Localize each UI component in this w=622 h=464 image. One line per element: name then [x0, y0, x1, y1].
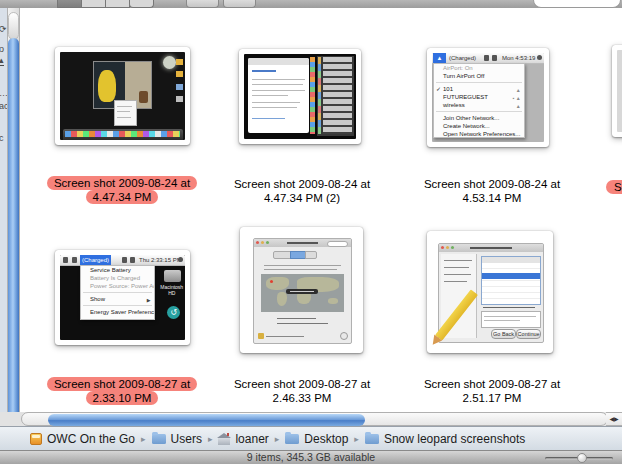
file-label[interactable]: Screen shot 2009-08-27 at 2.51.17 PM	[406, 377, 578, 405]
thumb-desktop	[244, 54, 356, 139]
moon	[163, 56, 176, 69]
pencil-graphic	[435, 289, 478, 340]
thumbnail-clipped[interactable]	[612, 45, 622, 137]
cat-figure	[139, 91, 148, 103]
tab	[305, 251, 317, 259]
desktop-icon	[176, 59, 183, 65]
package-table	[481, 256, 541, 305]
horizontal-scrollbar-track[interactable]	[21, 412, 608, 426]
thumb-desktop: Go Back Continue	[432, 236, 548, 348]
folder-icon	[285, 434, 299, 444]
sidebar-item-fragment[interactable]: c	[0, 133, 4, 143]
thumb-desktop	[60, 52, 185, 140]
menu-item: Open Network Preferences...	[434, 130, 524, 138]
menu-item: Service Battery	[81, 266, 154, 274]
file-label[interactable]: Screen shot 2009-08-24 at 4.47.34 PM (2)	[216, 177, 388, 205]
breadcrumb-label: Users	[171, 432, 202, 446]
menu-item: Battery Is Charged	[81, 274, 154, 282]
icon-size-slider-knob[interactable]	[577, 453, 587, 463]
file-label[interactable]: Screen shot 2009-08-27 at 2.46.33 PM	[216, 377, 388, 405]
scroll-right-button[interactable]: ▶	[614, 416, 619, 422]
thumbnail-screenshot-battery-menu[interactable]: (Charged) Thu 2:33:15 PM Service Battery…	[55, 250, 190, 345]
breadcrumb-label: loaner	[235, 432, 268, 446]
menu-item: Turn AirPort Off	[434, 72, 524, 80]
scroll-arrows[interactable]: ◀▶	[606, 412, 622, 426]
status-bar: 9 items, 345.3 GB available	[0, 450, 622, 464]
file-label-clipped[interactable]: S	[606, 180, 622, 194]
dock	[63, 129, 183, 140]
file-label[interactable]: Screen shot 2009-08-24 at 4.53.14 PM	[406, 177, 578, 205]
horizontal-scrollbar-thumb[interactable]	[48, 414, 365, 426]
breadcrumb-separator-icon: ▸	[208, 434, 213, 444]
thumbnail-screenshot-desktop[interactable]	[55, 47, 190, 145]
sidebar-sync-icon: ⟳	[0, 24, 7, 34]
view-list-button[interactable]	[81, 0, 106, 8]
continue-button: Continue	[516, 329, 541, 339]
breadcrumb-current-folder[interactable]: Snow leopard screenshots	[365, 432, 525, 446]
sidebar-item-fragment[interactable]: o	[0, 44, 4, 54]
thumb-desktop: ▲ (Charged) Mon 4:53:19 AirPort: On Turn…	[432, 53, 544, 142]
menu-item: Show▶	[81, 295, 154, 303]
battery-menu-title: (Charged)	[80, 255, 111, 265]
breadcrumb-users[interactable]: Users	[152, 432, 202, 446]
dock-icons	[65, 131, 180, 137]
time-machine-icon: ↺	[167, 306, 180, 319]
menu-item-network: FUTUREGUEST▪▲	[434, 93, 524, 101]
view-coverflow-button[interactable]	[129, 0, 154, 8]
breadcrumb-label: OWC On the Go	[47, 432, 135, 446]
quicklook-button[interactable]	[186, 0, 219, 8]
thumbnail-screenshot-timezone[interactable]	[240, 227, 363, 353]
breadcrumb-separator-icon: ▸	[141, 434, 146, 444]
sidebar-item-fragment[interactable]: ac	[0, 101, 7, 111]
breadcrumb-desktop[interactable]: Desktop	[285, 432, 348, 446]
file-grid: ▲ (Charged) Mon 4:53:19 AirPort: On Turn…	[20, 8, 622, 412]
description-box	[481, 311, 541, 329]
thumb-desktop	[245, 232, 358, 348]
map-tooltip	[286, 289, 318, 294]
macintosh-hd-label: Macintosh HD	[160, 284, 184, 296]
breadcrumb-home[interactable]: loaner	[218, 432, 268, 446]
airport-menu-icon: ▲	[433, 53, 446, 63]
menu-item-network: ✓101▲	[434, 85, 524, 93]
thumbnail-screenshot-airport-menu[interactable]: ▲ (Charged) Mon 4:53:19 AirPort: On Turn…	[427, 48, 549, 147]
path-bar: OWC On the Go ▸ Users ▸ loaner ▸ Desktop…	[0, 426, 622, 450]
menubar-clock: Thu 2:33:15 PM	[139, 257, 182, 263]
installer-window: Go Back Continue	[438, 243, 544, 344]
sidebar-scrollbar-thumb[interactable]	[8, 38, 19, 420]
list-window	[317, 56, 354, 136]
thumbnail-screenshot-windows[interactable]	[239, 49, 361, 144]
breadcrumb-separator-icon: ▸	[354, 434, 359, 444]
users-folder-icon	[152, 434, 166, 444]
plush-toy	[98, 70, 115, 102]
prefs-window	[253, 238, 352, 344]
help-icon	[340, 332, 348, 340]
file-label[interactable]: Screen shot 2009-08-24 at 4.47.34 PM	[36, 176, 208, 204]
menu-item-network: wireless▲	[434, 101, 524, 109]
breadcrumb-label: Desktop	[304, 432, 348, 446]
menubar-clock: Mon 4:53:19	[502, 55, 535, 61]
file-label[interactable]: Screen shot 2009-08-27 at 2.33.10 PM	[36, 377, 208, 405]
document-window	[248, 58, 308, 133]
thumbnail-screenshot-installer[interactable]: Go Back Continue	[427, 231, 553, 353]
desktop-icon	[176, 71, 183, 77]
menu-item: Energy Saver Preferences...	[81, 308, 154, 316]
macintosh-hd-icon	[164, 270, 181, 282]
view-icon-button[interactable]	[57, 0, 82, 8]
sidebar: ⟳ o ▴ … ac c	[0, 8, 7, 452]
context-menu	[114, 100, 137, 126]
breadcrumb-volume[interactable]: OWC On the Go	[30, 432, 135, 446]
disk-icon	[30, 433, 42, 445]
horizontal-scrollbar: ◀▶	[0, 412, 622, 426]
airport-dropdown-menu: AirPort: On Turn AirPort Off ✓101▲ FUTUR…	[433, 63, 525, 138]
action-button[interactable]	[223, 0, 256, 8]
search-input[interactable]	[533, 0, 621, 8]
selected-row	[482, 273, 540, 279]
menu-item: Join Other Network...	[434, 114, 524, 122]
eject-icon[interactable]: ▴	[0, 55, 4, 66]
sidebar-scrollbar-cap	[8, 12, 19, 40]
sidebar-item-fragment[interactable]: …	[0, 88, 7, 98]
battery-dropdown-menu: Service Battery Battery Is Charged Power…	[80, 265, 155, 320]
lock-icon	[258, 333, 264, 339]
view-column-button[interactable]	[105, 0, 130, 8]
menu-item: Power Source: Power Adapter	[81, 282, 154, 290]
